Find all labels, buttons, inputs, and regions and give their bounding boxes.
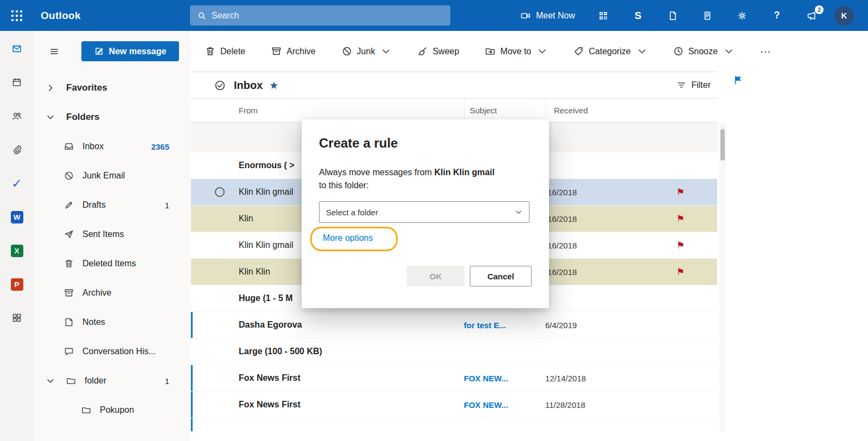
attachments-nav-button[interactable] bbox=[7, 139, 27, 160]
search-bar[interactable] bbox=[190, 5, 450, 25]
snooze-button[interactable]: Snooze bbox=[673, 46, 734, 56]
flag-icon[interactable]: ⚑ bbox=[676, 214, 685, 223]
document-icon bbox=[668, 11, 678, 21]
pane-header: New message bbox=[34, 31, 191, 73]
column-header-received[interactable]: Received bbox=[545, 99, 717, 122]
video-camera-icon bbox=[521, 11, 531, 21]
sidebar-folder-archive[interactable]: Archive bbox=[34, 278, 191, 308]
folder-select-value: Select a folder bbox=[326, 208, 378, 217]
chevron-down-icon bbox=[637, 46, 647, 56]
more-commands-button[interactable]: ⋯ bbox=[760, 45, 772, 58]
sidebar-folder-notes[interactable]: Notes bbox=[34, 308, 191, 337]
folders-section[interactable]: Folders bbox=[34, 103, 191, 132]
app-launcher-button[interactable] bbox=[0, 0, 34, 31]
move-to-button[interactable]: Move to bbox=[485, 46, 547, 56]
avatar-initial: K bbox=[841, 11, 847, 20]
scrollbar[interactable] bbox=[719, 123, 726, 431]
chevron-down-icon bbox=[724, 46, 734, 56]
people-nav-button[interactable] bbox=[7, 106, 27, 126]
flag-icon[interactable]: ⚑ bbox=[676, 188, 685, 197]
message-row-partial[interactable] bbox=[191, 418, 717, 431]
inbox-icon bbox=[64, 142, 74, 151]
excel-app-button[interactable]: X bbox=[7, 240, 27, 261]
more-apps-button[interactable] bbox=[7, 308, 27, 328]
help-button[interactable]: ? bbox=[765, 4, 789, 28]
message-row[interactable]: Fox News First FOX NEW... 11/28/2018 bbox=[191, 392, 717, 418]
compose-icon bbox=[94, 47, 104, 56]
junk-button[interactable]: Junk bbox=[342, 46, 392, 56]
favorite-star-icon[interactable]: ★ bbox=[269, 80, 278, 91]
unread-indicator bbox=[191, 418, 193, 431]
feedback-button[interactable]: 2 bbox=[800, 4, 824, 28]
ok-button[interactable]: OK bbox=[407, 266, 464, 286]
account-avatar[interactable]: K bbox=[834, 6, 854, 25]
topbar-actions: Meet Now S ? 2 K bbox=[521, 0, 868, 31]
trash-icon bbox=[205, 46, 215, 56]
folder-select-dropdown[interactable]: Select a folder bbox=[319, 201, 529, 223]
meet-now-label: Meet Now bbox=[536, 11, 575, 21]
rule-sender-name: Klin Klin gmail bbox=[435, 168, 495, 177]
search-input[interactable] bbox=[212, 11, 443, 21]
hamburger-menu-icon bbox=[49, 47, 59, 56]
pencil-icon bbox=[64, 200, 74, 210]
promo-flag-icon[interactable] bbox=[733, 75, 743, 85]
categorize-button[interactable]: Categorize bbox=[573, 46, 647, 56]
new-message-button[interactable]: New message bbox=[81, 41, 179, 61]
meet-now-button[interactable]: Meet Now bbox=[521, 11, 575, 21]
more-options-link[interactable]: More options bbox=[323, 233, 373, 243]
check-circle-icon bbox=[214, 80, 226, 91]
office-document-button[interactable] bbox=[661, 4, 685, 28]
skype-icon: S bbox=[635, 10, 642, 22]
settings-button[interactable] bbox=[730, 4, 754, 28]
mail-nav-button[interactable] bbox=[7, 39, 27, 59]
sidebar-folder-sent[interactable]: Sent Items bbox=[34, 220, 191, 249]
column-header-subject[interactable]: Subject bbox=[464, 99, 545, 122]
sidebar-folder-drafts[interactable]: Drafts 1 bbox=[34, 190, 191, 220]
skype-button[interactable]: S bbox=[626, 4, 650, 28]
archive-icon bbox=[64, 288, 74, 298]
gear-icon bbox=[737, 11, 747, 21]
sidebar-folder-conversation-history[interactable]: Conversation His... bbox=[34, 337, 191, 366]
topbar: Outlook Meet Now S ? 2 K bbox=[0, 0, 868, 31]
cancel-button[interactable]: Cancel bbox=[470, 266, 532, 286]
select-all-button[interactable] bbox=[213, 79, 226, 92]
archive-button[interactable]: Archive bbox=[271, 46, 315, 56]
row-select-radio[interactable] bbox=[215, 187, 225, 197]
todo-nav-button[interactable]: ✓ bbox=[7, 173, 27, 194]
note-icon bbox=[64, 317, 74, 327]
message-row[interactable]: Fox News First FOX NEW... 12/14/2018 bbox=[191, 365, 717, 392]
sidebar-folder-inbox[interactable]: Inbox 2365 bbox=[34, 132, 191, 161]
notes-button[interactable] bbox=[695, 4, 719, 28]
group-header-large[interactable]: Large (100 - 500 KB) bbox=[191, 338, 717, 365]
chevron-down-icon bbox=[515, 208, 522, 216]
calendar-nav-button[interactable] bbox=[7, 72, 27, 93]
chevron-down-icon bbox=[537, 46, 547, 56]
unread-indicator bbox=[191, 312, 193, 338]
delete-button[interactable]: Delete bbox=[205, 46, 245, 56]
sidebar-folder-junk[interactable]: Junk Email bbox=[34, 161, 191, 190]
scrollbar-thumb[interactable] bbox=[720, 129, 725, 161]
sidebar-folder-pokupon[interactable]: Pokupon bbox=[34, 395, 191, 425]
folder-icon bbox=[66, 376, 76, 386]
search-icon bbox=[197, 11, 206, 20]
calendar-icon bbox=[12, 78, 22, 87]
junk-icon bbox=[64, 171, 74, 181]
folder-pane: New message Favorites Folders Inbox 2365… bbox=[34, 31, 191, 441]
powerpoint-app-button[interactable]: P bbox=[7, 274, 27, 295]
message-row[interactable]: Dasha Egorova for test E... 6/4/2019 bbox=[191, 312, 717, 338]
sidebar-folder-folder[interactable]: folder 1 bbox=[34, 366, 191, 395]
flag-icon[interactable]: ⚑ bbox=[676, 241, 685, 250]
favorites-section[interactable]: Favorites bbox=[34, 73, 191, 103]
sweep-button[interactable]: Sweep bbox=[417, 46, 459, 56]
flag-icon[interactable]: ⚑ bbox=[676, 267, 685, 277]
qr-code-button[interactable] bbox=[591, 4, 615, 28]
folder-count: 1 bbox=[165, 201, 169, 210]
app-rail: ✓ W X P bbox=[0, 31, 34, 441]
prohibit-icon bbox=[342, 46, 352, 56]
word-app-button[interactable]: W bbox=[7, 207, 27, 227]
apps-grid-icon bbox=[12, 313, 22, 323]
sidebar-folder-deleted[interactable]: Deleted Items bbox=[34, 249, 191, 278]
filter-button[interactable]: Filter bbox=[676, 80, 711, 90]
collapse-pane-button[interactable] bbox=[46, 43, 63, 60]
column-header-from[interactable]: From bbox=[239, 99, 464, 122]
